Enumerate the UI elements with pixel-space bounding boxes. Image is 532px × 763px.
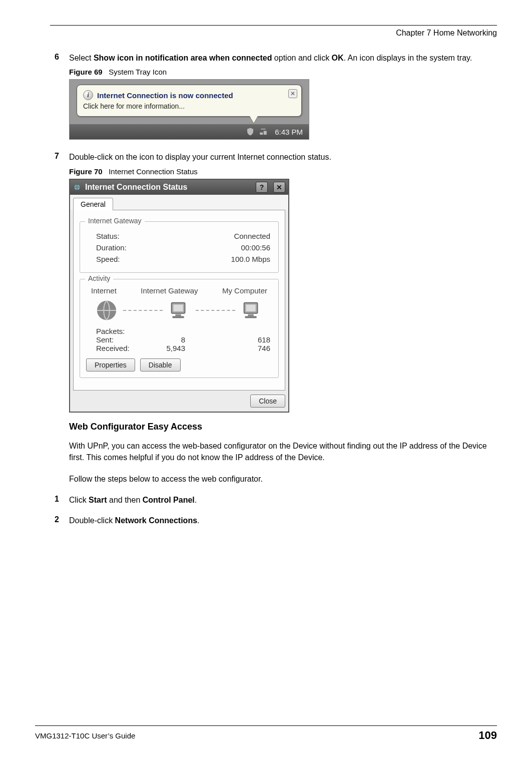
balloon-close-button[interactable]: ✕ bbox=[288, 89, 297, 98]
group-legend: Activity bbox=[85, 274, 113, 282]
svg-rect-11 bbox=[248, 314, 254, 316]
activity-icons bbox=[86, 295, 272, 325]
tray-clock: 6:43 PM bbox=[275, 128, 303, 136]
gateway-pc-icon bbox=[168, 299, 191, 322]
step-number: 6 bbox=[50, 53, 59, 64]
group-legend: Internet Gateway bbox=[85, 217, 145, 225]
computer-icon bbox=[240, 299, 263, 322]
text: Double-click bbox=[69, 516, 115, 525]
paragraph: With UPnP, you can access the web-based … bbox=[69, 440, 497, 463]
taskbar: 6:43 PM bbox=[70, 124, 309, 139]
figure-70-caption: Figure 70 Internet Connection Status bbox=[69, 167, 497, 176]
activity-buttons: Properties Disable bbox=[86, 358, 272, 371]
svg-rect-8 bbox=[173, 316, 184, 318]
svg-rect-12 bbox=[245, 316, 257, 318]
svg-rect-0 bbox=[260, 133, 263, 135]
packets-block: Packets: Sent: 8 618 Received: 5,943 746 bbox=[96, 327, 270, 352]
col-internet: Internet bbox=[91, 286, 117, 295]
properties-button[interactable]: Properties bbox=[86, 358, 135, 371]
step-1: 1 Click Start and then Control Panel. bbox=[50, 495, 497, 506]
shield-icon bbox=[246, 127, 255, 136]
group-internet-gateway: Internet Gateway Status: Connected Durat… bbox=[80, 221, 279, 273]
notification-balloon[interactable]: i Internet Connection is now connected C… bbox=[77, 85, 302, 117]
figure-label: Figure 70 bbox=[69, 167, 103, 176]
page-number: 109 bbox=[478, 729, 497, 742]
help-button[interactable]: ? bbox=[256, 182, 268, 193]
row-received: Received: 5,943 746 bbox=[96, 344, 270, 352]
row-speed: Speed: 100.0 Mbps bbox=[96, 255, 270, 263]
step-number: 7 bbox=[50, 152, 59, 163]
network-icon[interactable] bbox=[259, 127, 268, 136]
close-window-button[interactable]: ✕ bbox=[273, 182, 285, 193]
step-7: 7 Double-click on the icon to display yo… bbox=[50, 152, 497, 163]
label: Sent: bbox=[96, 335, 151, 344]
paragraph: Follow the steps below to access the web… bbox=[69, 473, 497, 485]
close-button[interactable]: Close bbox=[250, 395, 285, 408]
document-page: Chapter 7 Home Networking 6 Select Show … bbox=[0, 0, 532, 763]
step-text: Double-click on the icon to display your… bbox=[69, 152, 331, 163]
packets-label: Packets: bbox=[96, 327, 270, 335]
bold-text: Network Connections bbox=[115, 516, 197, 525]
figure-title: Internet Connection Status bbox=[109, 167, 198, 176]
svg-rect-1 bbox=[264, 131, 267, 135]
value-gateway: 5,943 bbox=[151, 344, 230, 352]
balloon-pointer bbox=[250, 116, 258, 123]
value-gateway: 8 bbox=[151, 335, 230, 344]
figure-69-caption: Figure 69 System Tray Icon bbox=[69, 68, 497, 76]
value: 100.0 Mbps bbox=[231, 255, 270, 263]
bold-text: OK bbox=[332, 54, 344, 62]
row-status: Status: Connected bbox=[96, 232, 270, 240]
label: Duration: bbox=[96, 243, 127, 252]
step-6: 6 Select Show icon in notification area … bbox=[50, 53, 497, 64]
text: . bbox=[197, 516, 199, 525]
step-number: 2 bbox=[50, 515, 59, 526]
window-title: Internet Connection Status bbox=[85, 183, 250, 192]
step-2: 2 Double-click Network Connections. bbox=[50, 515, 497, 526]
text: option and click bbox=[272, 54, 331, 62]
connection-line bbox=[123, 310, 163, 311]
figure-69-systray: i Internet Connection is now connected C… bbox=[69, 79, 309, 140]
step-text: Select Show icon in notification area wh… bbox=[69, 53, 472, 64]
activity-headers: Internet Internet Gateway My Computer bbox=[86, 286, 272, 295]
row-duration: Duration: 00:00:56 bbox=[96, 243, 270, 252]
connection-line bbox=[196, 310, 235, 311]
svg-rect-2 bbox=[261, 129, 266, 130]
label: Received: bbox=[96, 344, 151, 352]
value: 00:00:56 bbox=[241, 243, 270, 252]
svg-rect-7 bbox=[175, 314, 181, 316]
balloon-title: Internet Connection is now connected bbox=[97, 91, 233, 100]
disable-button[interactable]: Disable bbox=[140, 358, 181, 371]
footer-guide-title: VMG1312-T10C User’s Guide bbox=[35, 731, 135, 740]
chapter-header: Chapter 7 Home Networking bbox=[50, 29, 497, 38]
svg-rect-10 bbox=[246, 304, 256, 311]
tab-panel-general: Internet Gateway Status: Connected Durat… bbox=[73, 210, 285, 391]
value-computer: 746 bbox=[230, 344, 270, 352]
bold-text: Show icon in notification area when conn… bbox=[94, 54, 272, 62]
text: Click bbox=[69, 496, 89, 504]
section-heading: Web Configurator Easy Access bbox=[69, 422, 497, 432]
text: . bbox=[195, 496, 197, 504]
figure-70-connection-status-window: Internet Connection Status ? ✕ General I… bbox=[69, 179, 289, 413]
bold-text: Control Panel bbox=[143, 496, 195, 504]
bold-text: Start bbox=[89, 496, 107, 504]
window-titlebar[interactable]: Internet Connection Status ? ✕ bbox=[70, 180, 288, 195]
step-text: Double-click Network Connections. bbox=[69, 515, 200, 526]
step-text: Click Start and then Control Panel. bbox=[69, 495, 197, 506]
group-activity: Activity Internet Internet Gateway My Co… bbox=[80, 279, 279, 378]
text: Select bbox=[69, 54, 94, 62]
value: Connected bbox=[234, 232, 270, 240]
svg-rect-6 bbox=[174, 304, 183, 311]
text: . An icon displays in the system tray. bbox=[344, 54, 472, 62]
text: and then bbox=[107, 496, 143, 504]
globe-icon bbox=[95, 299, 118, 322]
tab-general[interactable]: General bbox=[73, 198, 113, 210]
dialog-footer: Close bbox=[70, 395, 285, 408]
page-footer: VMG1312-T10C User’s Guide 109 bbox=[35, 725, 497, 742]
figure-label: Figure 69 bbox=[69, 68, 103, 76]
col-gateway: Internet Gateway bbox=[141, 286, 198, 295]
info-icon: i bbox=[83, 90, 93, 100]
col-computer: My Computer bbox=[222, 286, 267, 295]
step-number: 1 bbox=[50, 495, 59, 506]
value-computer: 618 bbox=[230, 335, 270, 344]
header-rule bbox=[50, 25, 497, 26]
